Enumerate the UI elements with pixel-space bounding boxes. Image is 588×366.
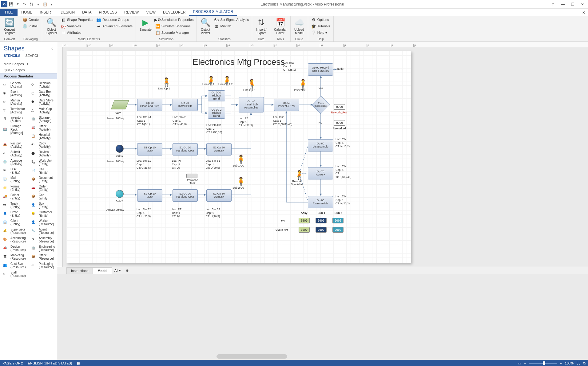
activity-s2op30[interactable]: S2 Op 30 Demask xyxy=(206,189,232,202)
resource-inspector[interactable]: 🧍 xyxy=(298,79,308,89)
resource-groups-button[interactable]: 👥Resource Groups xyxy=(95,17,134,23)
scenario-manager-button[interactable]: 📋Scenario Manager xyxy=(154,30,195,36)
language-indicator[interactable]: ENGLISH (UNITED STATES) xyxy=(28,361,72,365)
redo-button[interactable]: ↷ xyxy=(22,1,28,7)
create-button[interactable]: 📦Create xyxy=(21,17,40,23)
minitab-button[interactable]: ▦Minitab xyxy=(213,23,250,29)
shape-item[interactable]: 🗃Truck (Entity) xyxy=(0,201,28,210)
activity-s1op10[interactable]: S1 Op 10 Mask xyxy=(137,143,162,155)
visio-icon[interactable]: V▫ xyxy=(1,1,7,7)
activity-op90[interactable]: Op 90 Record Unit Statistics xyxy=(308,63,333,76)
shape-item[interactable]: ◉Event [Activity] xyxy=(0,89,28,98)
shape-item[interactable]: ☎Marketing (Resource) xyxy=(0,253,28,261)
shape-item[interactable]: 📦Document (Entity) xyxy=(28,175,57,184)
shape-item[interactable]: 👤Crate (Entity) xyxy=(0,210,28,218)
upload-model-button[interactable]: ☁️ Upload Model xyxy=(292,17,306,36)
resource-line-op-3[interactable]: 🧍 xyxy=(246,79,257,89)
close-document-button[interactable]: ✕ xyxy=(579,10,588,16)
shape-item[interactable]: 🚚Folder (Entity) xyxy=(0,192,28,201)
collapse-panel-button[interactable]: ‹ xyxy=(51,45,53,52)
shape-item[interactable]: 👤Worker (Resource) xyxy=(28,218,57,227)
decision-pass-inspection[interactable]: Pass Inspection? xyxy=(312,96,330,114)
shape-item[interactable]: 🏥Storage Rack [Storage] xyxy=(0,124,28,136)
shape-item[interactable]: 📦Car (Entity) xyxy=(28,192,57,201)
shape-item[interactable]: 🏢Engineering (Resource) xyxy=(28,244,57,253)
shape-item[interactable]: 🎨Accounting (Resource) xyxy=(0,235,28,244)
shape-item[interactable]: ⬤Review (Activity) xyxy=(28,149,57,158)
simulate-scenarios-button[interactable]: ⏩Simulate Scenarios xyxy=(154,23,195,29)
resource-sub2-op[interactable]: 🧍 xyxy=(236,176,246,187)
zoom-in-button[interactable]: + xyxy=(560,361,562,365)
activity-op30-1[interactable]: Op 30-1 Ribbon Bond xyxy=(208,90,225,101)
close-button[interactable]: ✕ xyxy=(578,1,587,7)
save-button[interactable]: 💾 xyxy=(8,1,14,7)
refresh-button[interactable]: 🗘 xyxy=(28,1,34,7)
page-tab-all[interactable]: All ▾ xyxy=(112,267,123,274)
shape-item[interactable]: ▭Packaging (Resource) xyxy=(28,261,57,270)
object-explorer-button[interactable]: 🔍 Object Explorer xyxy=(44,17,59,36)
shape-item[interactable]: 🗄Inventory (Buffer) xyxy=(0,115,28,124)
tab-data[interactable]: DATA xyxy=(78,9,95,16)
attributes-button[interactable]: ⌗Attributes xyxy=(60,30,94,36)
activity-op60[interactable]: Op 60 Disassemble xyxy=(308,139,333,152)
activity-op20[interactable]: Op 20 Install PCB xyxy=(173,99,198,111)
calendar-editor-button[interactable]: 📅 Calendar Editor xyxy=(272,17,288,36)
activity-s1op20[interactable]: S1 Op 20 Paralene Coat xyxy=(173,143,198,155)
shape-item[interactable]: 📦Office (Resource) xyxy=(28,253,57,261)
entity-assy[interactable] xyxy=(111,100,129,109)
zoom-out-button[interactable]: − xyxy=(524,361,526,365)
shape-item[interactable]: ✉Disk (Entity) xyxy=(0,167,28,175)
switch-windows-button[interactable]: ⧉ xyxy=(583,361,586,365)
tab-process-simulator[interactable]: PROCESS SIMULATOR xyxy=(189,8,237,16)
help-button[interactable]: ❔Help ▾ xyxy=(310,30,332,36)
shape-item[interactable]: ◇Decision [Activity] xyxy=(28,81,57,89)
zoom-level[interactable]: 108% xyxy=(565,361,574,365)
shape-item[interactable]: 💿Approve (Activity) xyxy=(0,158,28,167)
more-shapes-button[interactable]: More Shapes ▸ xyxy=(0,61,57,67)
shape-item[interactable]: 📑Mail (Entity) xyxy=(0,175,28,184)
tab-design[interactable]: DESIGN xyxy=(57,9,78,16)
activity-s2op20[interactable]: S2 Op 20 Paralene Coat xyxy=(173,189,198,202)
macro-indicator[interactable]: ▦ xyxy=(77,361,80,365)
shape-item[interactable]: 👔Client (Entity) xyxy=(0,218,28,227)
fit-page-button[interactable]: ⛶ xyxy=(577,361,580,365)
undo-button[interactable]: ↶ xyxy=(15,1,21,7)
add-page-button[interactable]: ⊕ xyxy=(123,267,131,274)
tab-file[interactable]: FILE xyxy=(0,9,18,16)
resource-rework-specialist[interactable]: 🧍 xyxy=(294,170,305,180)
entity-sub2[interactable] xyxy=(116,190,124,198)
presentation-mode-button[interactable]: ▭ xyxy=(518,361,521,365)
shape-item[interactable]: ✔Submit (Activity) xyxy=(0,149,28,158)
shape-item[interactable]: 🔧Agent (Resource) xyxy=(28,227,57,235)
help-button[interactable]: ? xyxy=(549,1,557,7)
paste-button[interactable]: 📋 xyxy=(42,1,48,7)
tab-process[interactable]: PROCESS xyxy=(95,9,121,16)
convert-diagram-button[interactable]: 🔄 Convert Diagram xyxy=(2,17,17,36)
minimize-button[interactable]: — xyxy=(558,1,567,7)
shape-item[interactable]: ▱Manual [Activity] xyxy=(0,98,28,106)
page-tab-instructions[interactable]: Instructions xyxy=(66,267,93,274)
shapes-section-process-simulator[interactable]: Process Simulator xyxy=(0,73,57,79)
output-viewer-button[interactable]: 🔍 Output Viewer xyxy=(199,17,212,36)
activity-op70[interactable]: Op 70 Rework xyxy=(308,167,333,179)
shape-item[interactable]: 👥Cust Svc (Resource) xyxy=(0,261,28,270)
six-sigma-button[interactable]: 6σSix Sigma Analysis xyxy=(213,17,250,23)
zoom-slider[interactable] xyxy=(529,363,557,364)
tab-home[interactable]: HOME xyxy=(18,9,36,16)
tab-review[interactable]: REVIEW xyxy=(121,9,142,16)
shape-item[interactable]: ▽Terminator [Activity] xyxy=(0,106,28,115)
shape-item[interactable]: 💰Supervisor (Resource) xyxy=(0,227,28,235)
activity-op80[interactable]: Op 80 Reassemble xyxy=(308,196,333,208)
page-tab-model[interactable]: Model xyxy=(93,267,112,274)
shape-item[interactable]: 👷Customer (Entity) xyxy=(28,210,57,218)
shape-item[interactable]: 🚗Order (Entity) xyxy=(28,184,57,192)
shapes-tab-stencils[interactable]: STENCILS xyxy=(4,54,20,59)
import-export-button[interactable]: ⇅ Import / Export xyxy=(254,17,268,36)
restore-button[interactable]: ❐ xyxy=(568,1,577,7)
shape-item[interactable]: 📤Factory (Activity) xyxy=(0,141,28,149)
horizontal-scrollbar[interactable] xyxy=(217,354,287,359)
shape-item[interactable]: ▢Data Box [Activity] xyxy=(28,89,57,98)
shape-item[interactable]: 📋Hospital (Activity) xyxy=(28,132,57,141)
shape-item[interactable]: 📄Call (Entity) xyxy=(28,167,57,175)
drawing-canvas[interactable]: Electronics Mfg Process Assy Arrival: 20… xyxy=(66,51,411,263)
